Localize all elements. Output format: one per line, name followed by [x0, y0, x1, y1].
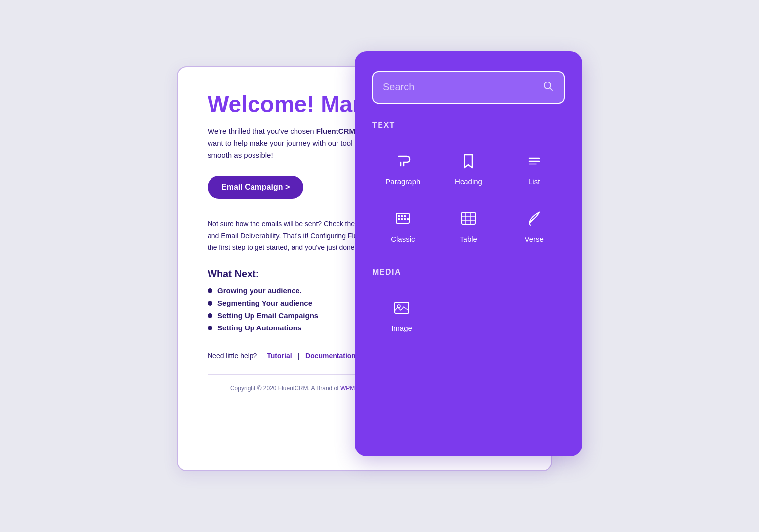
- table-label: Table: [460, 235, 477, 243]
- image-icon: [393, 299, 411, 319]
- verse-label: Verse: [524, 235, 543, 243]
- svg-rect-42: [404, 218, 406, 220]
- paragraph-label: Paragraph: [385, 177, 420, 186]
- verse-icon: [525, 209, 543, 230]
- media-section-label: MEDIA: [372, 268, 565, 277]
- documentation-link[interactable]: Documentation: [305, 352, 356, 360]
- heading-icon: [460, 152, 477, 172]
- text-block-grid: Paragraph Heading: [372, 142, 565, 253]
- classic-icon: [394, 209, 412, 230]
- classic-block[interactable]: Classic: [372, 200, 434, 253]
- scene: @ 💡 ✦ ✦ ✦ ✦ Welcome! Mark, We'r: [177, 51, 582, 481]
- tutorial-link[interactable]: Tutorial: [267, 352, 292, 360]
- svg-rect-38: [401, 215, 403, 217]
- separator: |: [297, 352, 301, 360]
- subtitle-bold: FluentCRM.: [316, 127, 357, 135]
- help-text: Need little help?: [208, 352, 257, 360]
- classic-label: Classic: [391, 235, 415, 243]
- heading-block[interactable]: Heading: [438, 142, 500, 196]
- paragraph-icon: [394, 152, 412, 172]
- table-icon: [460, 209, 477, 230]
- footer-text: Copyright © 2020 FluentCRM. A Brand of: [230, 385, 339, 392]
- image-block[interactable]: Image: [372, 289, 431, 342]
- heading-label: Heading: [455, 177, 482, 186]
- svg-rect-37: [398, 215, 400, 217]
- search-box[interactable]: [372, 71, 565, 104]
- paragraph-block[interactable]: Paragraph: [372, 142, 434, 196]
- email-campaign-button[interactable]: Email Campaign >: [208, 176, 303, 199]
- svg-rect-40: [398, 218, 400, 220]
- svg-rect-43: [407, 218, 409, 220]
- search-input[interactable]: [383, 82, 542, 93]
- verse-block[interactable]: Verse: [503, 200, 565, 253]
- list-label: List: [528, 177, 540, 186]
- subtitle-normal: We're thrilled that you've chosen: [208, 127, 316, 135]
- search-icon: [542, 80, 554, 95]
- media-section: Image: [372, 289, 565, 342]
- list-block[interactable]: List: [503, 142, 565, 196]
- table-block[interactable]: Table: [438, 200, 500, 253]
- list-icon: [525, 152, 543, 172]
- image-label: Image: [391, 324, 412, 332]
- svg-rect-39: [404, 215, 406, 217]
- svg-rect-41: [401, 218, 403, 220]
- purple-panel: TEXT Paragraph Heading: [355, 51, 582, 456]
- svg-rect-44: [462, 212, 475, 224]
- text-section-label: TEXT: [372, 121, 565, 130]
